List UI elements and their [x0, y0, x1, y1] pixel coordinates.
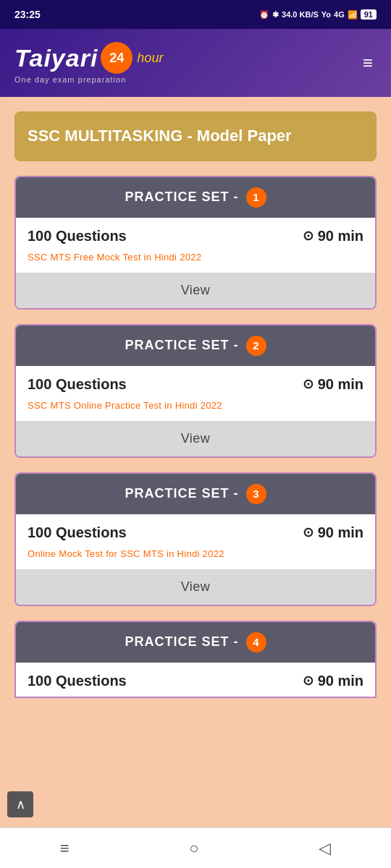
- nav-home-icon[interactable]: ○: [175, 833, 213, 864]
- set-badge-3: 3: [246, 484, 266, 504]
- questions-count-1: 100 Questions: [28, 228, 127, 244]
- practice-set-label-4: PRACTICE SET -: [125, 634, 238, 650]
- card-body-4: 100 Questions ⊙ 90 min: [16, 663, 375, 689]
- up-arrow-icon: ∧: [16, 796, 25, 812]
- alarm-icon: ⏰: [259, 10, 269, 20]
- clock-icon-3: ⊙: [303, 524, 314, 540]
- view-button-1[interactable]: View: [16, 273, 375, 308]
- card-meta-2: 100 Questions ⊙ 90 min: [28, 376, 363, 393]
- hamburger-menu[interactable]: ≡: [359, 49, 377, 77]
- page-title: SSC MULTITASKING - Model Paper: [28, 127, 292, 145]
- questions-count-4: 100 Questions: [28, 673, 127, 689]
- time-value-1: 90 min: [318, 228, 363, 244]
- logo-subtitle: One day exam preparation: [14, 75, 163, 84]
- card-body-3: 100 Questions ⊙ 90 min Online Mock Test …: [16, 514, 375, 559]
- status-bar: 23:25 ⏰ ✱ 34.0 KB/S Yo 4G 📶 91: [0, 0, 391, 29]
- card-header-2: PRACTICE SET - 2: [16, 326, 375, 366]
- card-header-1: PRACTICE SET - 1: [16, 177, 375, 218]
- practice-set-label-1: PRACTICE SET -: [125, 190, 238, 205]
- time-display-4: ⊙ 90 min: [303, 673, 363, 689]
- signal-4g: 4G: [334, 10, 345, 19]
- practice-set-label-2: PRACTICE SET -: [125, 338, 238, 353]
- set-badge-1: 1: [246, 187, 266, 208]
- card-description-1: SSC MTS Free Mock Test in Hindi 2022: [28, 252, 363, 263]
- practice-card-1: PRACTICE SET - 1 100 Questions ⊙ 90 min …: [14, 176, 377, 310]
- card-header-3: PRACTICE SET - 3: [16, 474, 375, 514]
- network-icon: Yo: [321, 10, 331, 19]
- card-body-2: 100 Questions ⊙ 90 min SSC MTS Online Pr…: [16, 366, 375, 411]
- page-title-box: SSC MULTITASKING - Model Paper: [14, 111, 377, 161]
- logo-hour: hour: [137, 51, 163, 66]
- set-badge-4: 4: [246, 632, 266, 652]
- clock-icon-1: ⊙: [303, 228, 314, 244]
- nav-back-icon[interactable]: ◁: [304, 833, 345, 864]
- nav-menu-icon[interactable]: ≡: [46, 833, 84, 864]
- time-value-2: 90 min: [318, 376, 363, 393]
- time-value-3: 90 min: [318, 524, 363, 541]
- practice-card-4: PRACTICE SET - 4 100 Questions ⊙ 90 min: [14, 621, 377, 698]
- card-description-2: SSC MTS Online Practice Test in Hindi 20…: [28, 400, 363, 411]
- battery-indicator: 91: [361, 9, 377, 20]
- status-time: 23:25: [14, 9, 41, 20]
- view-button-2[interactable]: View: [16, 421, 375, 456]
- questions-count-2: 100 Questions: [28, 376, 127, 393]
- clock-icon-2: ⊙: [303, 376, 314, 392]
- set-badge-2: 2: [246, 336, 266, 356]
- time-display-1: ⊙ 90 min: [303, 228, 363, 244]
- logo: Taiyari 24 hour One day exam preparation: [14, 42, 163, 84]
- practice-card-2: PRACTICE SET - 2 100 Questions ⊙ 90 min …: [14, 324, 377, 458]
- card-meta-3: 100 Questions ⊙ 90 min: [28, 524, 363, 541]
- wifi-icon: 📶: [348, 10, 358, 20]
- clock-icon-4: ⊙: [303, 673, 314, 689]
- time-display-2: ⊙ 90 min: [303, 376, 363, 393]
- view-button-3[interactable]: View: [16, 569, 375, 605]
- card-meta-4: 100 Questions ⊙ 90 min: [28, 673, 363, 689]
- questions-count-3: 100 Questions: [28, 524, 127, 541]
- status-icons: ⏰ ✱ 34.0 KB/S Yo 4G 📶 91: [259, 9, 377, 20]
- scroll-up-button[interactable]: ∧: [7, 791, 33, 817]
- card-header-4: PRACTICE SET - 4: [16, 622, 375, 663]
- app-header: Taiyari 24 hour One day exam preparation…: [0, 29, 391, 97]
- page-content: SSC MULTITASKING - Model Paper PRACTICE …: [0, 97, 391, 868]
- practice-card-3: PRACTICE SET - 3 100 Questions ⊙ 90 min …: [14, 472, 377, 606]
- logo-24-badge: 24: [101, 42, 133, 74]
- card-body-1: 100 Questions ⊙ 90 min SSC MTS Free Mock…: [16, 218, 375, 263]
- practice-set-label-3: PRACTICE SET -: [125, 486, 238, 501]
- time-value-4: 90 min: [318, 673, 363, 689]
- bottom-nav: ≡ ○ ◁: [0, 827, 391, 868]
- card-description-3: Online Mock Test for SSC MTS in Hindi 20…: [28, 548, 363, 559]
- speed-display: 34.0 KB/S: [282, 10, 319, 19]
- logo-taiyari: Taiyari: [14, 44, 98, 72]
- time-display-3: ⊙ 90 min: [303, 524, 363, 541]
- logo-text: Taiyari 24 hour: [14, 42, 163, 74]
- card-meta-1: 100 Questions ⊙ 90 min: [28, 228, 363, 244]
- bluetooth-icon: ✱: [272, 10, 279, 20]
